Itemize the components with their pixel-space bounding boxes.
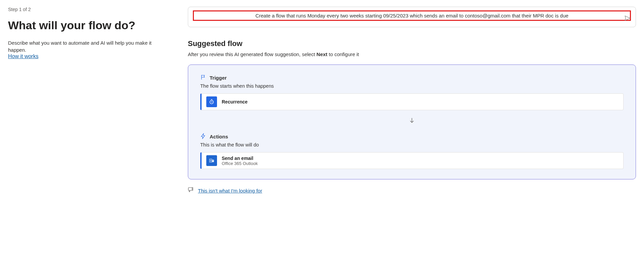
lightning-icon <box>200 133 206 140</box>
actions-header: Actions <box>200 133 624 140</box>
page-description: Describe what you want to automate and A… <box>8 39 166 53</box>
step-indicator: Step 1 of 2 <box>8 7 166 12</box>
action-card-send-email[interactable]: Send an email Office 365 Outlook <box>200 152 624 169</box>
actions-description: This is what the flow will do <box>200 142 624 147</box>
prompt-text: Create a flow that runs Monday every two… <box>197 13 627 18</box>
action-card-subtitle: Office 365 Outlook <box>222 161 258 166</box>
actions-label: Actions <box>210 134 228 139</box>
not-what-im-looking-for-link[interactable]: This isn't what I'm looking for <box>198 188 262 194</box>
trigger-card-recurrence[interactable]: Recurrence <box>200 93 624 110</box>
left-sidebar: Step 1 of 2 What will your flow do? Desc… <box>0 0 174 254</box>
thumbs-down-icon[interactable] <box>188 187 194 194</box>
trigger-label: Trigger <box>210 75 227 81</box>
trigger-card-title: Recurrence <box>222 99 248 104</box>
suggested-flow-title: Suggested flow <box>188 39 636 48</box>
prompt-input-container[interactable]: Create a flow that runs Monday every two… <box>188 7 636 27</box>
trigger-header: Trigger <box>200 74 624 81</box>
main-content: Create a flow that runs Monday every two… <box>174 0 644 254</box>
how-it-works-link[interactable]: How it works <box>8 53 39 59</box>
arrow-down-icon <box>200 117 624 125</box>
action-card-title: Send an email <box>222 156 258 161</box>
page-title: What will your flow do? <box>8 19 166 32</box>
send-icon[interactable] <box>624 15 631 23</box>
feedback-row: This isn't what I'm looking for <box>188 187 636 194</box>
clock-icon <box>206 96 217 107</box>
prompt-highlight: Create a flow that runs Monday every two… <box>193 10 631 21</box>
suggested-flow-subtitle: After you review this AI generated flow … <box>188 51 636 57</box>
outlook-icon <box>206 155 217 166</box>
flag-icon <box>200 74 206 81</box>
flow-card: Trigger The flow starts when this happen… <box>188 65 636 179</box>
trigger-description: The flow starts when this happens <box>200 83 624 89</box>
